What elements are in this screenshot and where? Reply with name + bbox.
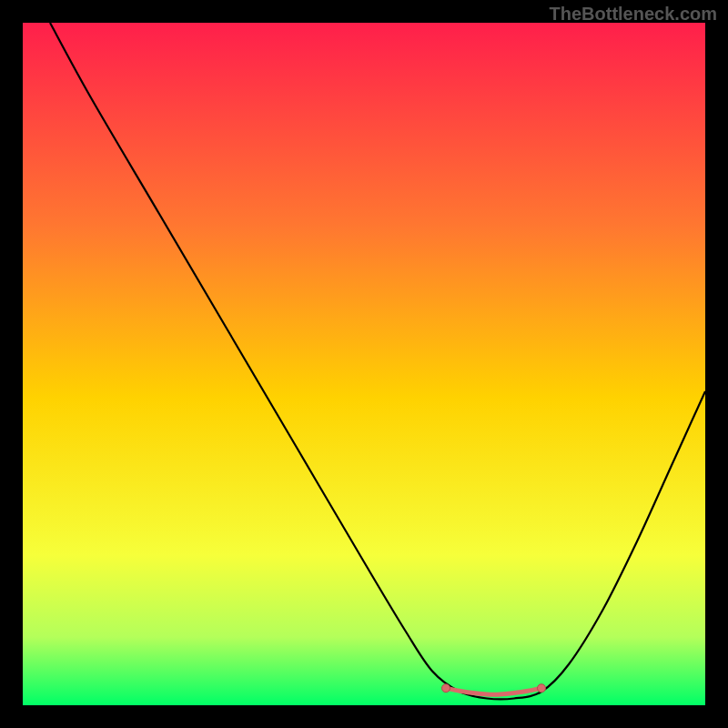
watermark-text: TheBottleneck.com (550, 4, 717, 25)
chart-plot-area (23, 23, 705, 705)
gradient-background (23, 23, 705, 705)
chart-svg (23, 23, 705, 705)
optimal-range-end-dot (538, 684, 546, 693)
optimal-range-end-dot (442, 684, 450, 693)
